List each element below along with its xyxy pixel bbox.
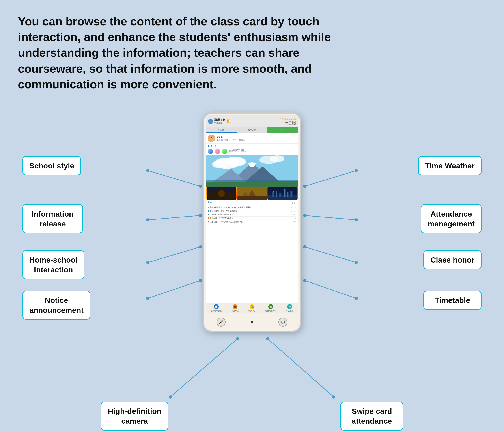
phone-mockup: 班级名称 市山小学 📶 ☀ 水 25℃-31℃ 2019/04/19 10:08… — [203, 112, 301, 332]
notice-text-4: 收到学校关于元宵节活动通知 — [210, 217, 290, 220]
nav-item-student[interactable]: 📚 学员中心 — [248, 304, 256, 312]
notice-text-5: 关于举行2019年九年级学生综合素质评定 — [210, 221, 290, 223]
nav-item-quality[interactable]: ⭐ 综合素质评价 — [265, 304, 276, 312]
notice-header: 通知 更多 › — [208, 201, 296, 205]
phone-speaker-button[interactable]: 📢 — [279, 318, 288, 327]
svg-point-2 — [199, 185, 202, 188]
student-avatar-1 — [208, 149, 213, 154]
label-information-release: Informationrelease — [22, 204, 83, 233]
notice-time-3: 9:08:14 — [291, 214, 296, 215]
notice-text-1: 关于学校春季运动会2019-2020学年度开展活动通知 — [210, 206, 290, 209]
label-school-style: School style — [22, 156, 81, 175]
notice-dot-1 — [208, 207, 209, 208]
svg-point-11 — [199, 279, 202, 282]
svg-point-35 — [270, 155, 285, 162]
student-avatar: 👧 — [208, 135, 215, 142]
svg-line-24 — [170, 339, 237, 397]
svg-point-20 — [303, 245, 306, 248]
nav-item-records[interactable]: 📋 进班记录管理 — [211, 304, 222, 312]
wifi-icon: 📶 — [226, 119, 230, 123]
good-students-section: ◆ 值日生 天天 美美 5% 优优 159.0 178.0 190.0 198.… — [206, 144, 298, 155]
notice-item-1: 关于学校春季运动会2019-2020学年度开展活动通知 9:22:48 — [208, 206, 296, 209]
small-image-2 — [237, 187, 267, 200]
screen-header: 班级名称 市山小学 📶 ☀ 水 25℃-31℃ 2019/04/19 10:08… — [206, 115, 298, 127]
student-info: 李小芸 出勤 98 荣誉 12 作业 3 成绩 A+ — [216, 135, 245, 141]
svg-rect-57 — [287, 192, 288, 197]
screen-tabs[interactable]: 班主任 行政课表 周二 — [206, 127, 298, 133]
svg-point-60 — [284, 189, 285, 189]
notice-section: 通知 更多 › 关于学校春季运动会2019-2020学年度开展活动通知 9:22… — [206, 200, 298, 303]
label-notice-announcement: Noticeannouncement — [22, 291, 90, 320]
notice-item-4: 收到学校关于元宵节活动通知 9:01:18 — [208, 217, 296, 220]
tab-day[interactable]: 周二 — [268, 127, 298, 133]
svg-point-8 — [199, 245, 202, 248]
mountain-image — [206, 155, 298, 187]
nav-label-quality: 综合素质评价 — [265, 310, 276, 312]
phone-mic-button[interactable]: 🎤 — [216, 318, 225, 327]
svg-point-22 — [355, 297, 358, 300]
svg-line-27 — [268, 339, 334, 397]
notice-time-4: 9:01:18 — [291, 217, 296, 219]
students-row: 天天 美美 5% 优优 159.0 178.0 190.0 198.5 — [208, 149, 296, 154]
tab-homeroom[interactable]: 班主任 — [206, 127, 236, 133]
notice-time-2: 9:14:14 — [291, 210, 296, 212]
notice-time-1: 9:22:48 — [291, 207, 296, 208]
svg-line-0 — [148, 171, 200, 186]
label-swipe-card: Swipe cardattendance — [341, 402, 403, 431]
nav-label-student: 学员中心 — [248, 310, 256, 312]
settings-icon: ⚙ — [287, 304, 292, 309]
svg-rect-54 — [276, 191, 277, 197]
notice-dot-4 — [208, 217, 209, 219]
svg-point-23 — [303, 279, 306, 282]
notice-item-2: 开展学校第一学期一年级成绩通知 9:14:14 — [208, 209, 296, 213]
nav-item-visual[interactable]: 🎬 视觉专栏 — [231, 304, 239, 312]
phone-bottom: 🎤 📢 — [204, 315, 300, 331]
notice-dot-3 — [208, 214, 209, 215]
visual-icon: 🎬 — [233, 304, 237, 309]
student-avatar-3 — [222, 149, 227, 154]
label-timetable: Timetable — [423, 291, 482, 310]
main-description: You can browse the content of the class … — [0, 0, 381, 97]
svg-point-33 — [212, 160, 229, 168]
label-time-weather: Time Weather — [418, 156, 482, 175]
notice-more[interactable]: 更多 › — [292, 202, 296, 204]
svg-point-28 — [332, 395, 335, 399]
label-attendance: Attendancemanagement — [421, 204, 482, 233]
label-class-honor: Class honor — [423, 250, 482, 269]
svg-point-25 — [169, 395, 172, 399]
svg-point-19 — [355, 261, 358, 264]
svg-line-18 — [305, 247, 356, 263]
good-students-title: ◆ 值日生 — [208, 145, 296, 148]
svg-line-9 — [148, 280, 200, 298]
notice-item-5: 关于举行2019年九年级学生综合素质评定 8:58:06 — [208, 220, 296, 224]
bottom-navigation[interactable]: 📋 进班记录管理 🎬 视觉专栏 📚 学员中心 ⭐ 综合素质评价 ⚙ 系 — [206, 303, 298, 313]
phone-screen: 班级名称 市山小学 📶 ☀ 水 25℃-31℃ 2019/04/19 10:08… — [206, 115, 298, 313]
svg-point-1 — [146, 169, 149, 172]
screen-datetime: ☀ 水 25℃-31℃ 2019/04/19 10:08:36 — [279, 117, 296, 126]
student-detail: 天天 美美 5% 优优 159.0 178.0 190.0 198.5 — [229, 149, 296, 154]
svg-rect-58 — [290, 191, 293, 197]
notice-title: 通知 — [208, 201, 212, 204]
notice-text-2: 开展学校第一学期一年级成绩通知 — [210, 210, 290, 212]
svg-point-29 — [266, 337, 269, 340]
screen-header-left: 班级名称 市山小学 📶 — [208, 118, 230, 125]
svg-point-26 — [236, 337, 239, 340]
small-images-row — [206, 187, 298, 200]
nav-item-settings[interactable]: ⚙ 系统设置 — [286, 304, 293, 312]
phone-home-indicator — [251, 321, 253, 323]
tab-schedule[interactable]: 行政课表 — [236, 127, 267, 133]
svg-point-13 — [355, 169, 358, 172]
svg-point-14 — [303, 185, 306, 188]
diagram-area: 班级名称 市山小学 📶 ☀ 水 25℃-31℃ 2019/04/19 10:08… — [0, 101, 504, 432]
notice-text-3: 上海学校暑期课后托管服务方案 — [210, 213, 290, 216]
records-icon: 📋 — [214, 304, 219, 309]
notice-time-5: 8:58:06 — [291, 221, 296, 223]
student-avatar-2 — [215, 149, 220, 154]
svg-line-12 — [305, 171, 356, 186]
nav-label-records: 进班记录管理 — [211, 310, 222, 312]
svg-point-16 — [355, 218, 358, 221]
svg-line-3 — [148, 215, 200, 220]
small-image-1 — [206, 187, 236, 200]
svg-line-15 — [305, 215, 356, 220]
school-name: 班级名称 市山小学 — [214, 118, 225, 125]
